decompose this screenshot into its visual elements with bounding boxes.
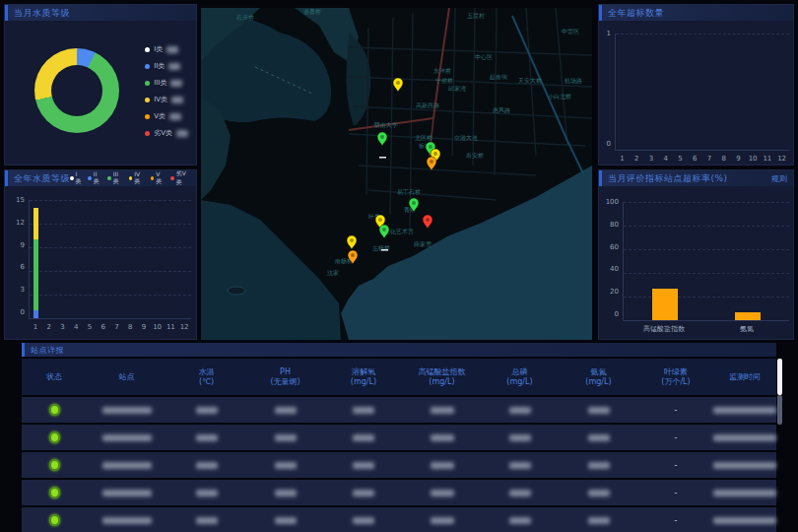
legend-item: I类	[70, 170, 82, 186]
y-tick: 20	[601, 289, 619, 296]
rate-bar[interactable]	[735, 312, 761, 320]
column-header: 状态	[22, 359, 87, 395]
x-tick: 12	[774, 155, 789, 163]
legend-item: IV类	[129, 170, 145, 186]
table-cell: -	[638, 397, 713, 423]
station-table-panel: 站点详报 状态站点水温(℃)PH(无量纲)溶解氧(mg/L)高锰酸盐指数(mg/…	[22, 343, 776, 532]
table-row[interactable]: -	[22, 452, 776, 478]
redacted-value	[588, 407, 610, 414]
legend-label: II类	[154, 61, 165, 71]
redacted-value	[102, 490, 152, 497]
gridline	[624, 202, 789, 203]
redacted-value	[588, 434, 610, 441]
status-indicator	[49, 487, 60, 499]
legend-label: V类	[154, 111, 166, 121]
panel-annual-exceed: 全年超标数量 10 123456789101112	[598, 4, 794, 166]
table-cell: -	[638, 425, 713, 450]
map-place-label: 惠风路	[492, 106, 510, 114]
chlorophyll-value: -	[675, 406, 678, 415]
map-place-label: 机场路	[565, 77, 582, 85]
chlorophyll-value: -	[675, 516, 678, 525]
stacked-bar-segment[interactable]	[33, 310, 38, 318]
redacted-value	[431, 434, 454, 441]
legend-dot-icon	[145, 131, 150, 136]
table-scrollbar[interactable]	[777, 359, 782, 425]
scrollbar-track[interactable]	[777, 395, 782, 425]
rules-link[interactable]: 规则	[771, 173, 787, 184]
map-pin-underline	[381, 249, 388, 251]
table-cell	[559, 480, 638, 505]
y-tick: 1	[601, 31, 611, 37]
legend-label: III类	[154, 78, 166, 88]
redacted-value	[588, 490, 610, 497]
y-tick: 12	[7, 220, 25, 227]
table-row[interactable]: -	[22, 397, 776, 423]
legend-item: 劣V类	[170, 169, 190, 187]
column-header: 总磷(mg/L)	[481, 359, 559, 395]
table-cell	[403, 507, 481, 532]
rate-bar[interactable]	[652, 289, 678, 320]
redacted-value	[169, 113, 181, 120]
redacted-value	[170, 80, 182, 87]
annual-chart-plot	[29, 200, 191, 319]
redacted-value	[713, 434, 776, 441]
table-cell	[22, 425, 87, 450]
table-cell	[559, 452, 638, 478]
legend-label: 劣V类	[154, 128, 172, 138]
x-tick: 6	[97, 323, 110, 331]
status-indicator	[49, 459, 60, 471]
map-place-label: 暨南大学	[374, 121, 398, 128]
legend-label: IV类	[154, 95, 167, 104]
gridline	[616, 33, 789, 34]
legend-item: V类	[151, 170, 165, 186]
column-unit: (mg/L)	[351, 377, 376, 387]
table-cell	[713, 507, 776, 532]
redacted-value	[353, 434, 374, 441]
table-cell: -	[638, 507, 713, 532]
legend-dot-icon	[145, 47, 150, 52]
table-row[interactable]: -	[22, 425, 776, 450]
x-tick: 3	[56, 323, 70, 331]
table-cell	[481, 425, 559, 450]
scrollbar-thumb[interactable]	[777, 359, 782, 395]
column-unit: (℃)	[199, 377, 214, 387]
map[interactable]: 石庄桥港青桥五星村中雷区中心区东洋桥起南街天安大桥机场路宁侯桥邱家湾小白北桥高新…	[201, 8, 592, 340]
table-row[interactable]: -	[22, 480, 776, 505]
redacted-value	[353, 407, 374, 414]
pin-center-dot	[430, 160, 433, 164]
map-place-label: 邱家湾	[447, 85, 466, 93]
x-tick: 3	[644, 155, 659, 163]
pin-center-dot	[380, 135, 384, 139]
stacked-bar-segment[interactable]	[33, 208, 38, 239]
table-row[interactable]: -	[22, 507, 776, 532]
table-cell: -	[638, 452, 713, 478]
redacted-value	[168, 63, 180, 70]
pin-center-dot	[433, 152, 437, 156]
redacted-value	[353, 517, 374, 524]
x-tick: 5	[673, 155, 688, 163]
column-header: 氨氮(mg/L)	[559, 359, 638, 395]
x-tick: 2	[42, 323, 56, 331]
x-tick: 9	[137, 323, 151, 331]
stacked-bar-segment[interactable]	[33, 239, 38, 310]
x-tick: 5	[83, 323, 97, 331]
table-cell	[481, 507, 559, 532]
map-place-label: 港青桥	[303, 8, 321, 16]
table-cell	[87, 480, 166, 505]
panel-title: 当月水质等级	[14, 7, 70, 20]
legend-label: 劣V类	[176, 169, 190, 187]
map-place-label: 北区桥	[415, 134, 432, 142]
donut-chart	[34, 48, 119, 133]
legend-item: II类	[145, 61, 188, 71]
table-cell	[246, 480, 324, 505]
pin-center-dot	[350, 238, 354, 242]
pin-center-dot	[426, 218, 430, 222]
donut-legend: I类II类III类IV类V类劣V类	[145, 44, 188, 138]
status-indicator	[49, 404, 60, 416]
redacted-value	[275, 517, 297, 524]
panel-title: 全年超标数量	[608, 7, 664, 20]
x-tick: 4	[69, 323, 83, 331]
legend-dot-icon	[170, 176, 174, 180]
gridline	[624, 273, 789, 274]
legend-label: II类	[94, 170, 101, 186]
